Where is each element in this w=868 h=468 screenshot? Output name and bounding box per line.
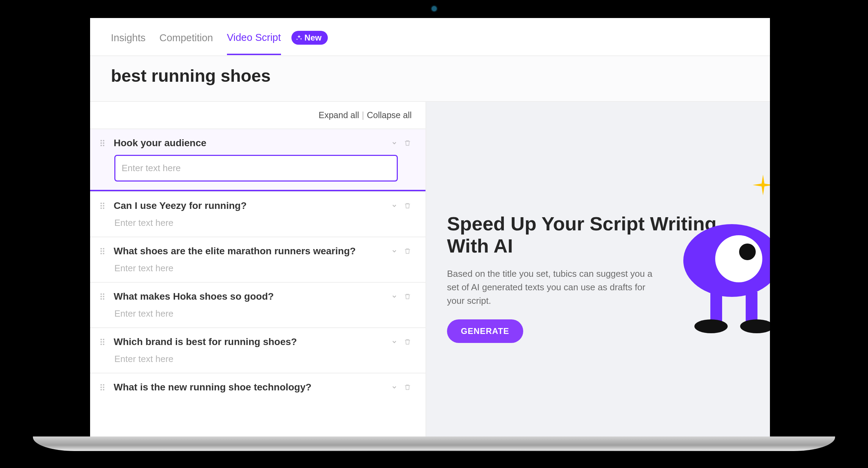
chevron-down-icon[interactable] [391, 202, 398, 209]
toolbar-separator: | [362, 110, 364, 120]
sparkle-icon [296, 34, 303, 41]
section-actions [391, 293, 412, 300]
script-section: Can I use Yeezy for running? Enter text … [90, 191, 426, 237]
new-badge-label: New [305, 33, 322, 43]
svg-point-2 [739, 244, 756, 260]
page-title: best running shoes [111, 66, 749, 86]
collapse-all-link[interactable]: Collapse all [367, 110, 412, 120]
section-text-input[interactable] [114, 155, 398, 182]
section-title: What is the new running shoe technology? [114, 382, 384, 393]
script-section: Which brand is best for running shoes? E… [90, 327, 426, 373]
svg-rect-4 [746, 292, 757, 322]
section-title: What makes Hoka shoes so good? [114, 291, 384, 302]
section-title: What shoes are the elite marathon runner… [114, 246, 384, 257]
chevron-down-icon[interactable] [391, 293, 398, 300]
trash-icon[interactable] [404, 338, 412, 346]
trash-icon[interactable] [404, 247, 412, 255]
drag-handle-icon[interactable] [100, 248, 107, 254]
script-sections-pane: Expand all | Collapse all Hook your audi… [90, 102, 426, 437]
trash-icon[interactable] [404, 383, 412, 391]
generate-button[interactable]: GENERATE [447, 319, 523, 343]
expand-collapse-toolbar: Expand all | Collapse all [90, 102, 426, 129]
script-section: What shoes are the elite marathon runner… [90, 237, 426, 282]
title-row: best running shoes [90, 56, 770, 102]
svg-point-6 [740, 319, 770, 333]
script-section: What makes Hoka shoes so good? Enter tex… [90, 282, 426, 327]
chevron-down-icon[interactable] [391, 338, 398, 345]
star-icon [753, 175, 770, 195]
ai-panel: Speed Up Your Script Writing With AI Bas… [426, 102, 770, 437]
content-area: Expand all | Collapse all Hook your audi… [90, 102, 770, 437]
svg-rect-3 [710, 292, 722, 322]
tab-competition[interactable]: Competition [159, 32, 213, 54]
section-header: Can I use Yeezy for running? [100, 200, 412, 211]
section-title: Can I use Yeezy for running? [114, 200, 384, 211]
section-header: Hook your audience [100, 138, 412, 149]
laptop-base [33, 436, 835, 451]
trash-icon[interactable] [404, 139, 412, 147]
section-placeholder-text[interactable]: Enter text here [114, 263, 412, 274]
drag-handle-icon[interactable] [100, 203, 107, 209]
section-actions [391, 202, 412, 210]
chevron-down-icon[interactable] [391, 384, 398, 391]
laptop-shadow [33, 450, 835, 468]
section-title: Hook your audience [114, 138, 384, 149]
script-section: Hook your audience [90, 129, 426, 191]
ai-description: Based on the title you set, tubics can s… [447, 267, 662, 308]
drag-handle-icon[interactable] [100, 384, 107, 390]
drag-handle-icon[interactable] [100, 293, 107, 300]
trash-icon[interactable] [404, 202, 412, 210]
mascot-icon [669, 219, 770, 337]
section-placeholder-text[interactable]: Enter text here [114, 218, 412, 228]
new-badge: New [291, 31, 328, 45]
drag-handle-icon[interactable] [100, 140, 107, 146]
drag-handle-icon[interactable] [100, 339, 107, 345]
section-header: What shoes are the elite marathon runner… [100, 246, 412, 257]
section-placeholder-text[interactable]: Enter text here [114, 308, 412, 319]
tab-video-script[interactable]: Video Script [227, 32, 281, 55]
svg-point-1 [715, 235, 762, 282]
tab-insights[interactable]: Insights [111, 32, 146, 54]
section-actions [391, 338, 412, 346]
camera-icon [432, 6, 437, 11]
section-actions [391, 383, 412, 391]
script-section: What is the new running shoe technology? [90, 373, 426, 401]
section-actions [391, 247, 412, 255]
tabs-row: Insights Competition Video Script New [90, 18, 770, 56]
section-placeholder-text[interactable]: Enter text here [114, 354, 412, 364]
svg-point-5 [694, 319, 728, 333]
chevron-down-icon[interactable] [391, 248, 398, 255]
trash-icon[interactable] [404, 293, 412, 300]
section-header: What makes Hoka shoes so good? [100, 291, 412, 302]
section-header: Which brand is best for running shoes? [100, 336, 412, 347]
expand-all-link[interactable]: Expand all [319, 110, 359, 120]
section-header: What is the new running shoe technology? [100, 382, 412, 393]
section-title: Which brand is best for running shoes? [114, 336, 384, 347]
chevron-down-icon[interactable] [391, 140, 398, 147]
section-actions [391, 139, 412, 147]
app-screen: Insights Competition Video Script New be… [90, 18, 770, 440]
